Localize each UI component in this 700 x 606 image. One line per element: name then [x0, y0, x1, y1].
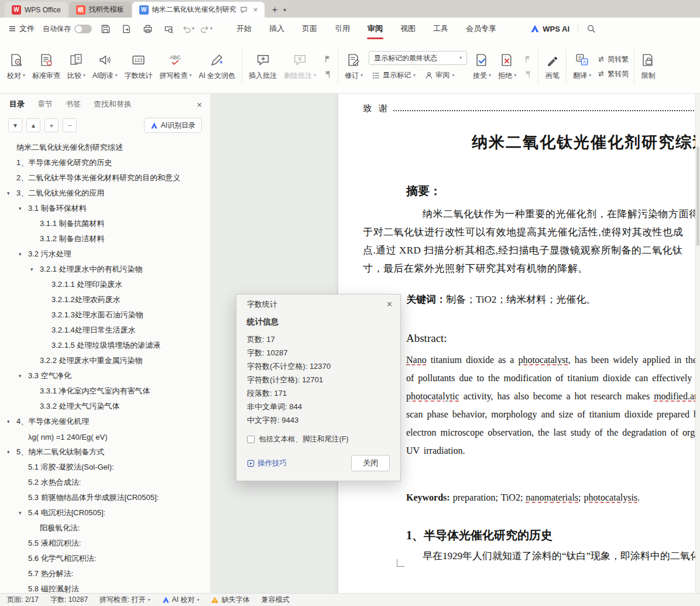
toc-item[interactable]: 3.2.1.2处理农药废水	[0, 292, 210, 307]
collapse-arrow-icon[interactable]: ▾	[7, 449, 16, 455]
toc-item[interactable]: 5.3 前驱物结晶体升华成膜法[CR0505]:	[0, 490, 210, 505]
sidebar-tab-chapters[interactable]: 章节	[37, 99, 53, 109]
toc-item[interactable]: 3.2.1.3处理水面石油污染物	[0, 307, 210, 323]
standard-review-button[interactable]: 标准审查	[29, 44, 64, 90]
menu-member[interactable]: 会员专享	[457, 18, 505, 40]
page-indicator[interactable]: 页面: 2/17	[7, 595, 39, 605]
close-tab-icon[interactable]: ×	[253, 5, 258, 14]
close-button[interactable]: 关闭	[351, 455, 390, 471]
proofread-button[interactable]: 校对▾	[4, 44, 29, 90]
wps-ai-button[interactable]: WPS AI	[530, 24, 569, 33]
toc-item[interactable]: ▾3.2.1 处理废水中的有机污染物	[0, 262, 210, 277]
scrollbar-thumb[interactable]	[696, 146, 699, 246]
expand-all-button[interactable]: ▾	[8, 118, 22, 132]
menu-start[interactable]: 开始	[228, 18, 260, 40]
track-changes-button[interactable]: 修订▾	[341, 44, 366, 90]
toc-item[interactable]: 5.6 化学气相沉积法:	[0, 551, 210, 566]
ai-proofread-status[interactable]: AI 校对 ▾	[162, 595, 200, 605]
previous-change-button[interactable]	[521, 54, 533, 64]
pen-button[interactable]: 画笔	[541, 44, 563, 90]
previous-comment-button[interactable]	[321, 54, 333, 64]
toc-item[interactable]: 5.2 水热合成法:	[0, 475, 210, 490]
collapse-arrow-icon[interactable]: ▾	[19, 251, 28, 257]
print-preview-button[interactable]	[161, 21, 176, 36]
close-sidebar-icon[interactable]: ×	[197, 100, 202, 109]
vertical-scrollbar[interactable]	[695, 94, 700, 593]
export-button[interactable]	[119, 21, 134, 36]
to-simplified-button[interactable]: 繁转简	[597, 69, 629, 79]
toc-item[interactable]: 5.8 磁控溅射法	[0, 581, 210, 593]
menu-reference[interactable]: 引用	[326, 18, 359, 40]
collapse-arrow-icon[interactable]: ▾	[19, 510, 28, 516]
collab-bubble-icon[interactable]	[240, 6, 248, 13]
search-icon[interactable]	[586, 24, 596, 33]
tab-list-chevron-icon[interactable]: ▾	[283, 7, 286, 13]
insert-comment-button[interactable]: 插入批注	[245, 44, 280, 90]
tab-wps-home[interactable]: W WPS Office	[5, 2, 68, 18]
chevron-down-icon[interactable]: ▾	[192, 26, 194, 31]
word-count-indicator[interactable]: 字数: 10287	[50, 595, 88, 605]
ai-read-button[interactable]: AI朗读▾	[89, 44, 121, 90]
autosave-control[interactable]: 自动保存	[43, 24, 92, 34]
show-markup-button[interactable]: 显示标记 ▾	[369, 69, 419, 82]
sidebar-tab-bookmarks[interactable]: 书签	[66, 99, 81, 109]
toc-item[interactable]: ▾3.3 空气净化	[0, 368, 210, 384]
menu-tools[interactable]: 工具	[424, 18, 457, 40]
toc-item[interactable]: 阳极氧化法:	[0, 521, 210, 536]
increase-level-button[interactable]: ＋	[44, 118, 59, 132]
menu-review[interactable]: 审阅	[359, 18, 392, 40]
toc-item[interactable]: 3.2.1.4处理日常生活废水	[0, 323, 210, 338]
spell-check-status[interactable]: 拼写检查: 打开 ▾	[99, 595, 150, 605]
toc-item[interactable]: ▾3.2 污水处理	[0, 246, 210, 262]
toc-item[interactable]: ▾5、纳米二氧化钛制备方式	[0, 444, 210, 460]
toc-item[interactable]: 2、二氧化钛半导体光催化材料研究的目的和意义	[0, 170, 210, 186]
ai-polish-button[interactable]: AI 全文润色	[195, 44, 239, 90]
tips-link[interactable]: 操作技巧	[247, 458, 287, 468]
toc-item[interactable]: λg( nm) =1 240/Eg( eV)	[0, 429, 210, 444]
sidebar-tab-contents[interactable]: 目录	[9, 99, 25, 109]
include-textbox-option[interactable]: 包括文本框、脚注和尾注(F)	[247, 434, 390, 444]
toc-item[interactable]: 5.7 热分解法:	[0, 566, 210, 581]
chevron-down-icon[interactable]: ▾	[210, 26, 212, 31]
collapse-arrow-icon[interactable]: ▾	[30, 266, 40, 272]
toc-item[interactable]: 1、半导体光催化研究的历史	[0, 155, 210, 170]
toc-item[interactable]: ▾5.4 电沉积法[CR0505]:	[0, 505, 210, 521]
menu-page[interactable]: 页面	[293, 18, 326, 40]
markup-state-select[interactable]: 显示标记的最终状态 ▾	[369, 51, 467, 65]
sidebar-tab-find-replace[interactable]: 查找和替换	[94, 99, 132, 109]
toc-item[interactable]: 3.2.2 处理废水中重金属污染物	[0, 353, 210, 368]
checkbox[interactable]	[247, 436, 255, 443]
toc-item[interactable]: 5.5 液相沉积法:	[0, 536, 210, 551]
compatibility-mode[interactable]: 兼容模式	[261, 595, 289, 605]
to-traditional-button[interactable]: 简转繁	[597, 54, 629, 64]
delete-comment-button[interactable]: 删除批注▾	[280, 44, 320, 90]
spell-check-button[interactable]: ABC 拼写检查▾	[156, 44, 195, 90]
toc-item[interactable]: 3.2.1.5 处理垃圾填埋场的渗滤液	[0, 338, 210, 353]
missing-font-warning[interactable]: 缺失字体	[211, 595, 249, 605]
menu-view[interactable]: 视图	[392, 18, 424, 40]
toc-item[interactable]: 3.3.2 处理大气污染气体	[0, 399, 210, 414]
undo-button[interactable]: ▾	[182, 24, 194, 33]
dialog-header[interactable]: 字数统计 ×	[236, 295, 400, 314]
toc-item[interactable]: 3.1.2 制备自洁材料	[0, 231, 210, 246]
restrict-button[interactable]: 限制	[637, 44, 659, 90]
accept-button[interactable]: 接受▾	[469, 44, 495, 90]
tab-document[interactable]: W 纳米二氧化钛光催化剂研究 ×	[132, 2, 265, 18]
collapse-arrow-icon[interactable]: ▾	[7, 190, 16, 196]
compare-button[interactable]: 比较▾	[64, 44, 89, 90]
review-options-button[interactable]: 审阅 ▾	[421, 69, 458, 82]
collapse-all-button[interactable]: ▴	[26, 118, 40, 132]
toc-item[interactable]: ▾4、半导体光催化机理	[0, 414, 210, 429]
ai-recognize-toc-button[interactable]: AI识别目录	[144, 118, 202, 133]
toc-item[interactable]: ▾3、二氧化钛光催化的应用	[0, 186, 210, 201]
next-change-button[interactable]	[521, 69, 533, 80]
translate-button[interactable]: 文 A 翻译▾	[569, 44, 595, 90]
decrease-level-button[interactable]: －	[63, 118, 77, 132]
toc-item[interactable]: 3.3.1 净化室内空气室内有害气体	[0, 384, 210, 399]
autosave-toggle[interactable]	[74, 25, 92, 33]
toc-item[interactable]: 3.2.1.1 处理印染废水	[0, 277, 210, 292]
toc-item[interactable]: 3.1.1 制备抗菌材料	[0, 216, 210, 231]
new-tab-icon[interactable]: +	[272, 4, 277, 16]
next-comment-button[interactable]	[321, 69, 333, 80]
save-button[interactable]	[98, 21, 113, 36]
